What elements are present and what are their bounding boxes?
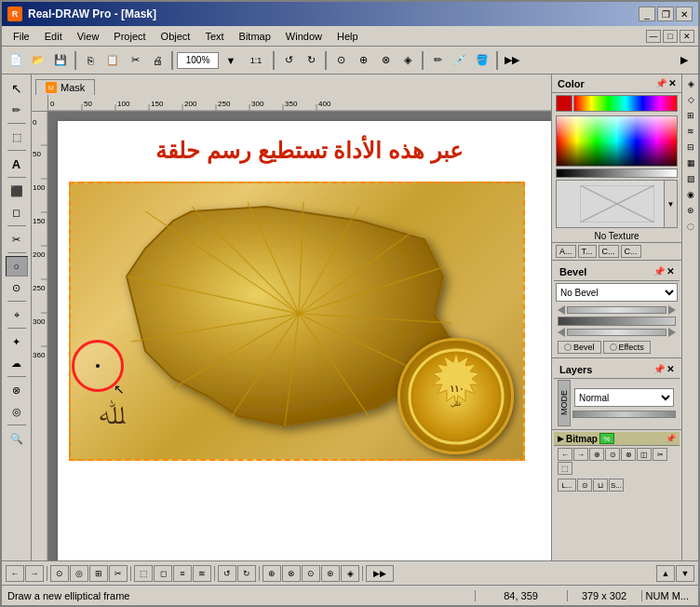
right-icon7[interactable]: ▧ bbox=[683, 171, 698, 186]
texture-dropdown-btn[interactable]: ▼ bbox=[664, 181, 677, 227]
right-icon5[interactable]: ⊟ bbox=[683, 140, 698, 155]
bevel-color-bar[interactable] bbox=[558, 317, 676, 326]
bevel-effects-btn[interactable]: Effects bbox=[603, 341, 651, 354]
bitmap-btn11[interactable]: ⊔ bbox=[593, 479, 608, 492]
menu-object[interactable]: Object bbox=[154, 29, 198, 44]
move-tool[interactable]: ⌖ bbox=[6, 304, 28, 325]
layers-close-btn[interactable]: ✕ bbox=[666, 364, 674, 374]
bitmap-btn10[interactable]: ⊙ bbox=[577, 479, 592, 492]
bitmap-btn3[interactable]: ⊕ bbox=[589, 448, 604, 461]
bitmap-btn2[interactable]: → bbox=[573, 448, 588, 461]
zoom-dropdown[interactable]: ▼ bbox=[221, 50, 241, 71]
bitmap-arrow-right[interactable]: ▶ bbox=[558, 434, 564, 443]
bitmap-btn5[interactable]: ⊗ bbox=[621, 448, 636, 461]
minimize-button[interactable]: _ bbox=[639, 7, 655, 21]
bottom-btn10[interactable]: ≋ bbox=[193, 565, 211, 582]
bottom-scroll-up[interactable]: ▲ bbox=[656, 565, 675, 582]
rect-tool[interactable]: ⬚ bbox=[6, 127, 28, 147]
close-button[interactable]: ✕ bbox=[676, 7, 693, 21]
color-pin-btn[interactable]: 📌 bbox=[655, 78, 666, 88]
bottom-btn9[interactable]: ≡ bbox=[173, 565, 192, 582]
bevel-slider1[interactable] bbox=[567, 306, 666, 314]
right-icon4[interactable]: ≋ bbox=[683, 124, 698, 139]
color-gradient-bar[interactable] bbox=[556, 169, 678, 178]
bottom-btn13[interactable]: ⊕ bbox=[262, 565, 281, 582]
scissors-tool[interactable]: ✂ bbox=[6, 229, 28, 250]
menu-close-btn[interactable]: ✕ bbox=[680, 30, 694, 43]
bottom-btn2[interactable]: → bbox=[25, 565, 44, 582]
panel-tab-t[interactable]: T... bbox=[578, 245, 597, 258]
fill-tool[interactable]: ⬛ bbox=[6, 181, 28, 201]
panel-tab-c1[interactable]: C... bbox=[599, 245, 619, 258]
panel-tab-c2[interactable]: C... bbox=[621, 245, 641, 258]
right-icon9[interactable]: ⊛ bbox=[683, 203, 698, 218]
copy-btn[interactable]: ⎘ bbox=[80, 50, 101, 71]
menu-window[interactable]: Window bbox=[278, 29, 330, 44]
bottom-btn1[interactable]: ← bbox=[6, 565, 24, 582]
new-btn[interactable]: 📄 bbox=[6, 50, 26, 71]
bottom-btn17[interactable]: ◈ bbox=[341, 565, 359, 582]
right-icon8[interactable]: ◉ bbox=[683, 187, 698, 202]
bitmap-btn9[interactable]: L... bbox=[558, 479, 576, 492]
save-btn[interactable]: 💾 bbox=[50, 50, 71, 71]
tools4[interactable]: ◈ bbox=[397, 50, 418, 71]
bottom-btn12[interactable]: ↻ bbox=[237, 565, 256, 582]
bottom-btn3[interactable]: ⊙ bbox=[50, 565, 69, 582]
fill-btn[interactable]: 🪣 bbox=[472, 50, 492, 71]
menu-view[interactable]: View bbox=[70, 29, 107, 44]
bitmap-btn1[interactable]: ← bbox=[558, 448, 572, 461]
bevel-slider1-right[interactable] bbox=[668, 305, 676, 315]
panel-tab-a[interactable]: A... bbox=[556, 245, 576, 258]
bevel-slider2[interactable] bbox=[567, 329, 666, 336]
menu-project[interactable]: Project bbox=[106, 29, 153, 44]
right-icon1[interactable]: ◈ bbox=[683, 76, 698, 91]
bitmap-btn12[interactable]: S... bbox=[609, 479, 624, 492]
right-scroll[interactable]: ▶ bbox=[674, 50, 694, 71]
right-icon6[interactable]: ▦ bbox=[683, 155, 698, 170]
ellipse-tool[interactable]: ○ bbox=[6, 256, 28, 277]
bottom-btn4[interactable]: ◎ bbox=[70, 565, 88, 582]
bottom-btn14[interactable]: ⊗ bbox=[282, 565, 301, 582]
tools3[interactable]: ⊗ bbox=[375, 50, 396, 71]
bottom-btn8[interactable]: ◻ bbox=[154, 565, 172, 582]
bottom-btn11[interactable]: ↺ bbox=[218, 565, 236, 582]
bitmap-btn6[interactable]: ◫ bbox=[637, 448, 652, 461]
bevel-slider1-left[interactable] bbox=[558, 305, 565, 315]
print-btn[interactable]: 🖨 bbox=[147, 50, 168, 71]
menu-file[interactable]: File bbox=[6, 29, 37, 44]
menu-bitmap[interactable]: Bitmap bbox=[232, 29, 278, 44]
star-tool[interactable]: ✦ bbox=[6, 331, 28, 352]
layers-mode-dropdown[interactable]: Normal bbox=[574, 388, 674, 407]
restore-button[interactable]: ❐ bbox=[657, 7, 674, 21]
paste-btn[interactable]: 📋 bbox=[102, 50, 123, 71]
zoom-input[interactable] bbox=[177, 52, 219, 69]
swatch-red[interactable] bbox=[556, 95, 572, 112]
menu-text[interactable]: Text bbox=[197, 29, 231, 44]
bottom-scroll-dn[interactable]: ▼ bbox=[676, 565, 694, 582]
right-icon3[interactable]: ⊞ bbox=[683, 108, 698, 123]
color-spectrum-container[interactable] bbox=[573, 95, 678, 112]
bevel-dropdown[interactable]: No Bevel bbox=[556, 283, 678, 302]
bitmap-btn8[interactable]: ⬚ bbox=[558, 462, 572, 475]
bevel-bevel-btn[interactable]: Bevel bbox=[558, 341, 601, 354]
ratio-btn[interactable]: 1:1 bbox=[243, 50, 269, 71]
draw-tool[interactable]: ✏ bbox=[6, 100, 28, 120]
open-btn[interactable]: 📂 bbox=[28, 50, 48, 71]
bitmap-btn4[interactable]: ⊙ bbox=[605, 448, 620, 461]
menu-minimize-btn[interactable]: — bbox=[646, 30, 661, 43]
select-tool[interactable]: ↖ bbox=[6, 78, 28, 99]
menu-help[interactable]: Help bbox=[330, 29, 366, 44]
bevel-slider2-left[interactable] bbox=[558, 328, 565, 337]
layers-slider[interactable] bbox=[572, 411, 676, 418]
bottom-btn7[interactable]: ⬚ bbox=[134, 565, 153, 582]
bottom-btn5[interactable]: ⊞ bbox=[89, 565, 108, 582]
bottom-btn16[interactable]: ⊛ bbox=[321, 565, 340, 582]
cloud-tool[interactable]: ☁ bbox=[6, 353, 28, 373]
target-tool[interactable]: ⊙ bbox=[6, 277, 28, 298]
layers-pin-btn[interactable]: 📌 bbox=[653, 364, 665, 374]
bitmap-btn7[interactable]: ✂ bbox=[653, 448, 667, 461]
canvas-content[interactable]: عبر هذه الأداة تستطيع رسم حلقة bbox=[48, 112, 551, 560]
redo-btn[interactable]: ↻ bbox=[301, 50, 321, 71]
color-close-btn[interactable]: ✕ bbox=[668, 78, 676, 88]
tools2[interactable]: ⊕ bbox=[353, 50, 373, 71]
